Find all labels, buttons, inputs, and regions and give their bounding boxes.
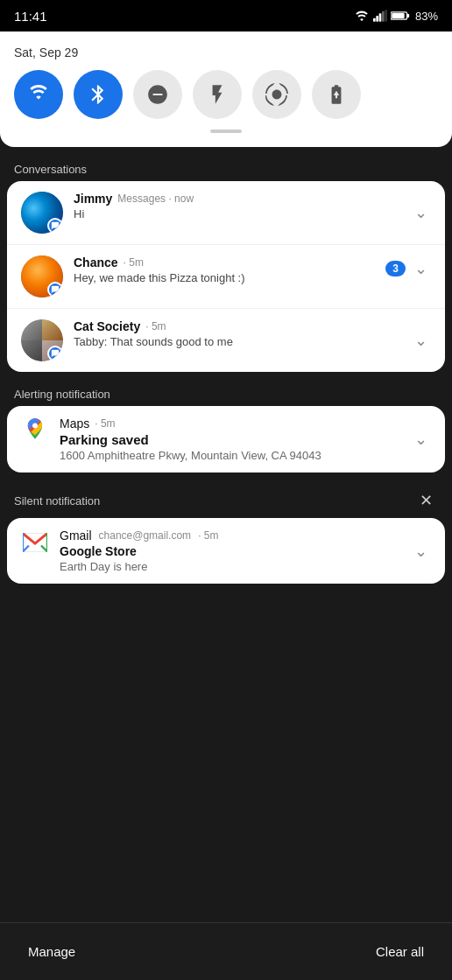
chance-header: Chance · 5m	[74, 256, 375, 270]
svg-rect-4	[385, 10, 387, 21]
maps-chevron-icon[interactable]: ⌄	[411, 426, 431, 452]
cat-society-content: Cat Society · 5m Tabby: That sounds good…	[74, 319, 400, 348]
alerting-card: Maps · 5m Parking saved 1600 Amphitheatr…	[7, 406, 445, 472]
flashlight-tile[interactable]	[193, 70, 242, 119]
cat-society-body: Tabby: That sounds good to me	[74, 335, 400, 348]
maps-content: Maps · 5m Parking saved 1600 Amphitheatr…	[60, 416, 400, 462]
signal-status-icon	[373, 10, 387, 22]
chance-actions: 3 ⌄	[385, 256, 431, 282]
silent-label: Silent notification	[14, 494, 100, 508]
chance-content: Chance · 5m Hey, we made this Pizza toni…	[74, 256, 375, 284]
gmail-header: Gmail chance@gmail.com · 5m	[60, 528, 400, 542]
avatar-chance	[21, 256, 63, 298]
maps-app-name: Maps	[60, 416, 89, 430]
clear-all-button[interactable]: Clear all	[369, 941, 431, 962]
chance-body: Hey, we made this Pizza tonight :)	[74, 271, 375, 284]
alerting-label: Alerting notification	[14, 388, 110, 401]
messages-badge-chance	[47, 282, 63, 298]
silent-card: Gmail chance@gmail.com · 5m Google Store…	[7, 518, 445, 584]
chance-meta: · 5m	[124, 256, 144, 269]
conversation-chance[interactable]: Chance · 5m Hey, we made this Pizza toni…	[7, 245, 445, 309]
maps-header: Maps · 5m	[60, 416, 400, 430]
bottom-bar: Manage Clear all	[0, 922, 452, 980]
silent-header: Silent notification ✕	[0, 480, 452, 518]
wifi-status-icon	[354, 10, 370, 22]
gmail-notification[interactable]: Gmail chance@gmail.com · 5m Google Store…	[7, 518, 445, 584]
autorotate-tile[interactable]	[252, 70, 301, 119]
chance-chevron-icon[interactable]: ⌄	[411, 256, 431, 282]
svg-rect-0	[373, 18, 376, 22]
manage-button[interactable]: Manage	[21, 941, 82, 962]
svg-rect-3	[382, 11, 385, 22]
jimmy-body: Hi	[74, 207, 400, 220]
maps-title: Parking saved	[60, 432, 400, 447]
maps-address: 1600 Amphitheatre Pkwy, Mountain View, C…	[60, 449, 400, 462]
maps-icon	[23, 416, 47, 441]
conversations-header: Conversations	[0, 154, 452, 181]
conversations-label: Conversations	[14, 163, 87, 176]
jimmy-chevron-icon[interactable]: ⌄	[411, 200, 431, 226]
svg-point-8	[32, 424, 38, 429]
battery-status-icon	[391, 10, 410, 22]
status-time: 11:41	[14, 9, 47, 24]
gmail-chevron-icon[interactable]: ⌄	[411, 538, 431, 564]
wifi-tile[interactable]	[14, 70, 63, 119]
conversation-jimmy[interactable]: Jimmy Messages · now Hi ⌄	[7, 181, 445, 245]
cat-society-name: Cat Society	[74, 319, 140, 333]
maps-notification[interactable]: Maps · 5m Parking saved 1600 Amphitheatr…	[7, 406, 445, 472]
drag-handle[interactable]	[210, 130, 242, 133]
svg-rect-2	[379, 13, 382, 21]
alerting-header: Alerting notification	[0, 379, 452, 406]
svg-rect-6	[407, 14, 410, 18]
jimmy-name: Jimmy	[74, 192, 112, 206]
chance-name: Chance	[74, 256, 118, 270]
status-icons: 83%	[354, 10, 438, 23]
avatar-cat-society	[21, 319, 63, 361]
gmail-icon	[23, 533, 47, 552]
cat-society-chevron-icon[interactable]: ⌄	[411, 327, 431, 354]
chance-badge: 3	[385, 261, 406, 276]
gmail-content: Gmail chance@gmail.com · 5m Google Store…	[60, 528, 400, 573]
messages-badge-cat	[47, 346, 63, 361]
conversation-cat-society[interactable]: Cat Society · 5m Tabby: That sounds good…	[7, 309, 445, 372]
quick-tiles-row	[14, 70, 438, 119]
gmail-email: chance@gmail.com	[99, 529, 192, 542]
bluetooth-tile[interactable]	[74, 70, 123, 119]
dnd-tile[interactable]	[133, 70, 182, 119]
svg-rect-1	[376, 16, 378, 22]
battery-saver-tile[interactable]	[312, 70, 361, 119]
date-display: Sat, Sep 29	[14, 46, 438, 60]
jimmy-header: Jimmy Messages · now	[74, 192, 400, 206]
battery-percentage: 83%	[415, 10, 438, 23]
cat-society-meta: · 5m	[145, 320, 166, 332]
svg-rect-7	[392, 13, 404, 18]
maps-time: · 5m	[95, 417, 115, 430]
gmail-title: Google Store	[60, 544, 400, 558]
gmail-app-name: Gmail	[60, 528, 92, 542]
status-bar: 11:41 83%	[0, 0, 452, 32]
gmail-icon-container	[21, 528, 49, 556]
conversations-card: Jimmy Messages · now Hi ⌄ Chance	[7, 181, 445, 372]
cat-society-header: Cat Society · 5m	[74, 319, 400, 333]
quick-settings-panel: Sat, Sep 29	[0, 32, 452, 147]
maps-icon-container	[21, 416, 49, 441]
silent-close-button[interactable]: ✕	[413, 488, 438, 513]
jimmy-meta: Messages · now	[117, 192, 194, 205]
avatar-jimmy	[21, 192, 63, 234]
gmail-time: · 5m	[198, 529, 218, 542]
gmail-body: Earth Day is here	[60, 560, 400, 573]
jimmy-content: Jimmy Messages · now Hi	[74, 192, 400, 220]
messages-badge-jimmy	[47, 218, 63, 234]
